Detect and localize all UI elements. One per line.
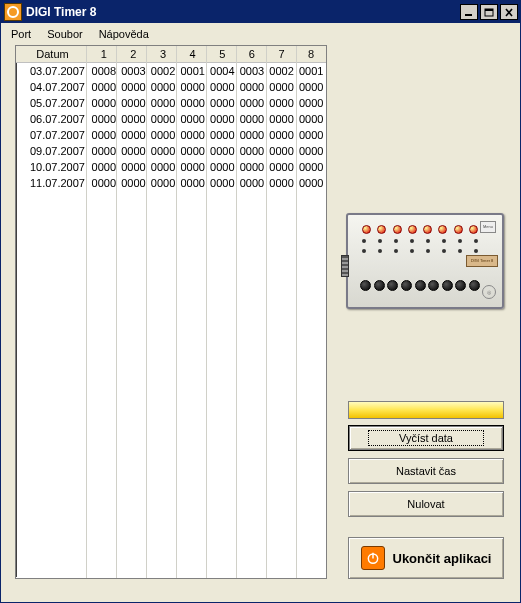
cell-value: 0000 xyxy=(237,159,267,175)
cell-value: 0000 xyxy=(178,159,208,175)
cell-value: 0000 xyxy=(237,127,267,143)
col-header-date[interactable]: Datum xyxy=(16,46,89,62)
cell-date: 05.07.2007 xyxy=(16,95,89,111)
device-model-label: DIGI Timer 8 xyxy=(466,255,498,267)
cell-value: 0000 xyxy=(207,159,237,175)
col-header-2[interactable]: 2 xyxy=(119,46,149,62)
svg-rect-2 xyxy=(485,9,493,11)
cell-value: 0002 xyxy=(148,63,178,79)
cell-value: 0000 xyxy=(119,175,149,191)
table-row[interactable]: 04.07.2007000000000000000000000000000000… xyxy=(16,79,326,95)
table-row[interactable]: 03.07.2007000800030002000100040003000200… xyxy=(16,63,326,79)
cell-value: 0000 xyxy=(119,159,149,175)
menu-port[interactable]: Port xyxy=(7,27,35,41)
cell-value: 0000 xyxy=(89,159,119,175)
progress-bar xyxy=(348,401,504,419)
cell-value: 0000 xyxy=(207,95,237,111)
cell-value: 0000 xyxy=(237,79,267,95)
col-header-3[interactable]: 3 xyxy=(148,46,178,62)
cell-value: 0003 xyxy=(237,63,267,79)
cell-value: 0000 xyxy=(178,127,208,143)
cell-value: 0000 xyxy=(148,111,178,127)
col-header-6[interactable]: 6 xyxy=(237,46,267,62)
menubar: Port Soubor Nápověda xyxy=(1,23,520,45)
cell-value: 0000 xyxy=(267,111,297,127)
cell-value: 0000 xyxy=(237,143,267,159)
cell-value: 0002 xyxy=(267,63,297,79)
cell-date: 03.07.2007 xyxy=(16,63,89,79)
table-row[interactable]: 05.07.2007000000000000000000000000000000… xyxy=(16,95,326,111)
minimize-button[interactable] xyxy=(460,4,478,20)
cell-value: 0000 xyxy=(89,127,119,143)
device-menu-label: Menu xyxy=(480,221,496,233)
col-header-8[interactable]: 8 xyxy=(296,46,326,62)
table-row[interactable]: 06.07.2007000000000000000000000000000000… xyxy=(16,111,326,127)
cell-value: 0000 xyxy=(207,111,237,127)
col-header-5[interactable]: 5 xyxy=(207,46,237,62)
cell-value: 0000 xyxy=(267,143,297,159)
cell-value: 0000 xyxy=(148,159,178,175)
close-button[interactable] xyxy=(500,4,518,20)
cell-date: 09.07.2007 xyxy=(16,143,89,159)
table-row[interactable]: 10.07.2007000000000000000000000000000000… xyxy=(16,159,326,175)
set-time-button[interactable]: Nastavit čas xyxy=(348,458,504,484)
cell-value: 0003 xyxy=(119,63,149,79)
menu-napoveda[interactable]: Nápověda xyxy=(95,27,153,41)
read-data-label: Vyčíst data xyxy=(368,430,484,446)
cell-value: 0000 xyxy=(267,159,297,175)
cell-value: 0000 xyxy=(148,175,178,191)
menu-soubor[interactable]: Soubor xyxy=(43,27,86,41)
col-header-1[interactable]: 1 xyxy=(89,46,119,62)
cell-value: 0000 xyxy=(89,143,119,159)
col-header-4[interactable]: 4 xyxy=(178,46,208,62)
cell-value: 0004 xyxy=(207,63,237,79)
cell-value: 0000 xyxy=(148,95,178,111)
col-header-7[interactable]: 7 xyxy=(267,46,297,62)
cell-value: 0000 xyxy=(296,143,326,159)
cell-value: 0000 xyxy=(296,159,326,175)
cell-value: 0008 xyxy=(89,63,119,79)
cell-value: 0000 xyxy=(119,127,149,143)
device-image: Menu DIGI Timer 8 ◎ xyxy=(346,213,504,309)
power-icon xyxy=(361,546,385,570)
read-data-button[interactable]: Vyčíst data xyxy=(348,425,504,451)
cell-value: 0001 xyxy=(178,63,208,79)
cell-value: 0000 xyxy=(267,79,297,95)
app-icon xyxy=(4,3,22,21)
cell-value: 0000 xyxy=(267,127,297,143)
cell-value: 0000 xyxy=(296,127,326,143)
cell-date: 04.07.2007 xyxy=(16,79,89,95)
table-row[interactable]: 11.07.2007000000000000000000000000000000… xyxy=(16,175,326,191)
cell-value: 0000 xyxy=(178,143,208,159)
cell-value: 0000 xyxy=(296,175,326,191)
cell-value: 0000 xyxy=(237,95,267,111)
cell-value: 0000 xyxy=(119,111,149,127)
cell-value: 0000 xyxy=(237,175,267,191)
table-row[interactable]: 07.07.2007000000000000000000000000000000… xyxy=(16,127,326,143)
cell-value: 0000 xyxy=(178,175,208,191)
quit-button[interactable]: Ukončit aplikaci xyxy=(348,537,504,579)
cell-value: 0000 xyxy=(237,111,267,127)
reset-label: Nulovat xyxy=(407,498,444,510)
cell-value: 0000 xyxy=(296,111,326,127)
data-table[interactable]: Datum1234567803.07.200700080003000200010… xyxy=(15,45,327,579)
cell-date: 10.07.2007 xyxy=(16,159,89,175)
cell-value: 0000 xyxy=(148,143,178,159)
cell-value: 0000 xyxy=(119,143,149,159)
set-time-label: Nastavit čas xyxy=(396,465,456,477)
svg-rect-0 xyxy=(465,14,472,16)
cell-value: 0000 xyxy=(207,79,237,95)
cell-value: 0000 xyxy=(296,95,326,111)
maximize-button[interactable] xyxy=(480,4,498,20)
cell-value: 0000 xyxy=(207,175,237,191)
cell-value: 0000 xyxy=(207,143,237,159)
table-row[interactable]: 09.07.2007000000000000000000000000000000… xyxy=(16,143,326,159)
cell-value: 0000 xyxy=(89,95,119,111)
cell-date: 11.07.2007 xyxy=(16,175,89,191)
titlebar[interactable]: DIGI Timer 8 xyxy=(1,1,520,23)
cell-value: 0000 xyxy=(89,111,119,127)
device-logo-icon: ◎ xyxy=(482,285,496,299)
cell-value: 0000 xyxy=(119,95,149,111)
cell-value: 0000 xyxy=(89,79,119,95)
reset-button[interactable]: Nulovat xyxy=(348,491,504,517)
